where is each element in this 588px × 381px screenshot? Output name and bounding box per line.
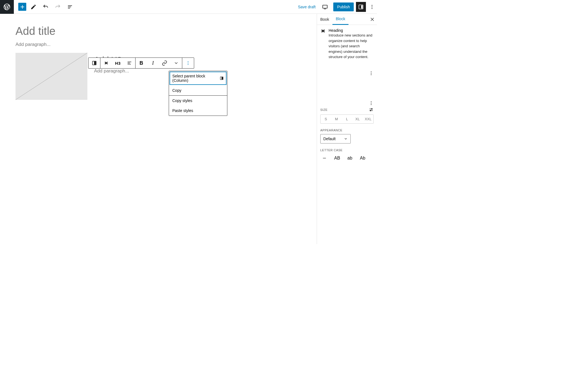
menu-paste-styles[interactable]: Paste styles [169,106,227,116]
svg-point-29 [371,108,372,109]
heading-level-button[interactable]: H3 [112,58,124,68]
size-xl[interactable]: XL [352,115,363,123]
link-button[interactable] [159,58,170,68]
svg-rect-6 [361,5,363,9]
block-options-button[interactable] [182,58,194,68]
tab-block[interactable]: Block [332,14,348,25]
appearance-label: APPEARANCE [320,129,342,132]
letter-case-lower[interactable]: ab [346,154,354,162]
menu-select-parent-label: Select parent block (Column) [172,74,220,83]
redo-button[interactable] [53,2,63,12]
svg-point-25 [371,101,372,102]
block-type-button[interactable] [89,58,100,68]
menu-copy[interactable]: Copy [169,85,227,95]
svg-point-8 [372,6,373,7]
menu-select-parent[interactable]: Select parent block (Column) [169,71,227,85]
size-l[interactable]: L [342,115,352,123]
settings-panel-button[interactable] [356,2,366,12]
svg-point-7 [372,5,373,6]
more-rich-text-button[interactable] [170,58,182,68]
size-m[interactable]: M [331,115,342,123]
letter-case-cap[interactable]: Ab [358,154,367,162]
svg-point-24 [371,74,372,75]
column-icon [220,76,224,80]
sidebar-tabs: Book Block [317,14,377,25]
size-xxl[interactable]: XXL [363,115,373,123]
svg-rect-11 [94,62,96,64]
chevron-down-icon [344,137,348,141]
tab-book[interactable]: Book [317,14,332,25]
size-segments: S M L XL XXL [320,114,374,124]
svg-point-9 [372,8,373,9]
align-button[interactable] [124,58,135,68]
paragraph-block[interactable]: Add paragraph... [15,42,301,47]
letter-case-label: LETTER CASE [320,148,343,152]
size-settings-icon[interactable] [369,107,374,112]
heading-block-icon [320,28,326,60]
block-heading-icon[interactable] [100,58,112,68]
post-title-input[interactable]: Add title [15,25,301,37]
svg-point-17 [188,64,189,65]
close-sidebar-button[interactable] [370,17,375,22]
svg-point-31 [370,110,371,111]
image-placeholder[interactable] [15,53,87,100]
svg-point-22 [371,71,372,72]
typography-options-icon[interactable] [369,101,374,106]
appearance-select[interactable]: Default [320,134,351,143]
wordpress-logo[interactable] [0,0,14,14]
svg-rect-3 [323,5,327,8]
appearance-value: Default [323,137,335,141]
size-label: SIZE [320,108,327,111]
add-block-button[interactable] [18,3,26,11]
settings-sidebar: Book Block Heading Introduce new section… [317,14,377,244]
block-description: Introduce new sections and organize cont… [329,33,374,60]
top-toolbar: Save draft Publish [0,0,377,14]
letter-case-upper[interactable]: AB [333,154,341,162]
letter-case-none[interactable] [320,154,329,162]
svg-point-15 [188,61,189,62]
bold-button[interactable]: B [136,58,147,68]
section-options-icon[interactable] [369,71,374,76]
block-options-menu: Select parent block (Column) Copy Copy s… [169,71,227,116]
undo-button[interactable] [41,2,51,12]
svg-point-27 [371,104,372,105]
block-toolbar: H3 B I [88,58,194,69]
more-options-button[interactable] [367,2,377,12]
block-name: Heading [329,28,374,33]
editor-canvas[interactable]: Add title Add paragraph... Add H3... Add… [0,14,317,244]
svg-point-16 [188,63,189,64]
document-overview-button[interactable] [65,2,75,12]
svg-point-26 [371,103,372,103]
publish-button[interactable]: Publish [333,2,354,11]
svg-rect-19 [222,77,223,79]
save-draft-link[interactable]: Save draft [298,5,316,9]
preview-button[interactable] [320,2,330,12]
italic-button[interactable]: I [147,58,159,68]
menu-copy-styles[interactable]: Copy styles [169,96,227,106]
edit-tool-button[interactable] [28,2,38,12]
svg-point-23 [371,73,372,74]
size-s[interactable]: S [321,115,331,123]
